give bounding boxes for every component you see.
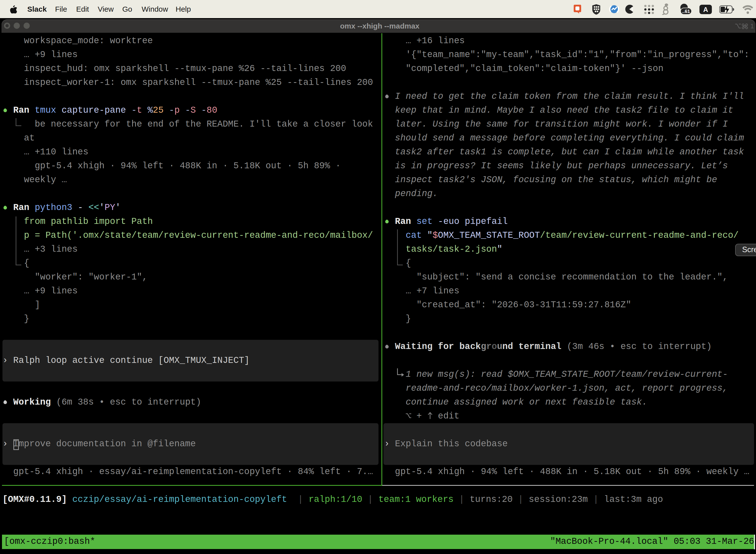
svg-text:..61: ..61 <box>682 9 690 14</box>
svg-text:A: A <box>703 6 708 13</box>
svg-text:1: 1 <box>750 23 754 29</box>
